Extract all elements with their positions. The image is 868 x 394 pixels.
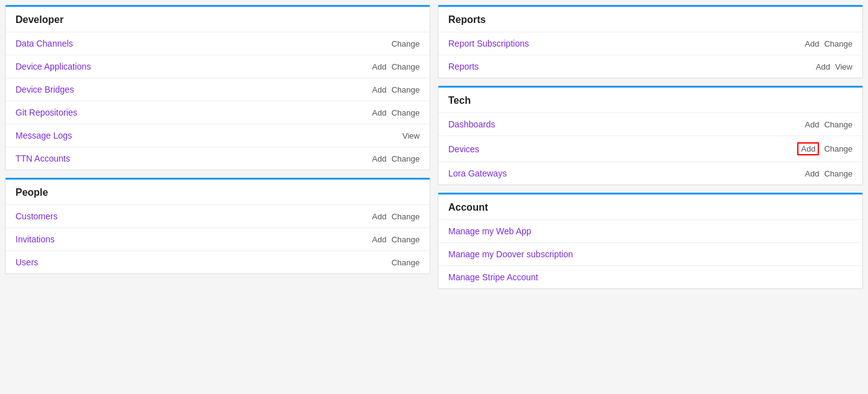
row-actions: Change xyxy=(391,39,420,48)
list-item: Manage my Doover subscription xyxy=(438,243,862,266)
row-actions: AddView xyxy=(816,62,852,71)
account-title: Account xyxy=(438,195,862,220)
action-view-link[interactable]: View xyxy=(835,62,852,71)
item-link-reports[interactable]: Reports xyxy=(448,62,479,71)
list-item: Message LogsView xyxy=(6,124,430,147)
action-change-link[interactable]: Change xyxy=(391,108,420,117)
people-card: People CustomersAddChangeInvitationsAddC… xyxy=(5,178,430,274)
item-link-users[interactable]: Users xyxy=(16,257,38,267)
item-link-invitations[interactable]: Invitations xyxy=(16,234,55,244)
list-item: Manage Stripe Account xyxy=(438,266,862,288)
row-actions: AddChange xyxy=(372,154,420,163)
list-item: DashboardsAddChange xyxy=(438,113,862,136)
item-link-lora-gateways[interactable]: Lora Gateways xyxy=(448,168,507,178)
list-item: Git RepositoriesAddChange xyxy=(6,101,430,124)
action-add-link[interactable]: Add xyxy=(805,169,819,178)
action-add-link[interactable]: Add xyxy=(805,39,819,48)
tech-card: Tech DashboardsAddChangeDevicesAddChange… xyxy=(438,86,863,185)
item-link-devices[interactable]: Devices xyxy=(448,144,479,154)
action-change-link[interactable]: Change xyxy=(824,144,852,153)
action-add-link[interactable]: Add xyxy=(372,85,386,94)
list-item: Device BridgesAddChange xyxy=(6,78,430,101)
action-change-link[interactable]: Change xyxy=(391,39,420,48)
people-body: CustomersAddChangeInvitationsAddChangeUs… xyxy=(6,205,430,273)
action-add-link[interactable]: Add xyxy=(805,120,819,129)
row-actions: AddChange xyxy=(797,142,852,155)
action-change-link[interactable]: Change xyxy=(824,169,852,178)
row-actions: AddChange xyxy=(805,120,852,129)
action-add-link[interactable]: Add xyxy=(372,235,386,244)
item-link-customers[interactable]: Customers xyxy=(16,211,58,221)
row-actions: Change xyxy=(391,258,420,267)
tech-title: Tech xyxy=(438,88,862,113)
developer-card: Developer Data ChannelsChangeDevice Appl… xyxy=(5,5,430,170)
action-add-link[interactable]: Add xyxy=(797,142,819,155)
list-item: Report SubscriptionsAddChange xyxy=(438,32,862,55)
action-change-link[interactable]: Change xyxy=(391,212,420,221)
item-link-ttn-accounts[interactable]: TTN Accounts xyxy=(16,153,70,163)
list-item: Data ChannelsChange xyxy=(6,32,430,55)
action-change-link[interactable]: Change xyxy=(824,39,852,48)
list-item: CustomersAddChange xyxy=(6,205,430,228)
action-add-link[interactable]: Add xyxy=(372,212,386,221)
list-item: Device ApplicationsAddChange xyxy=(6,55,430,78)
item-link-manage-my-doover-subscription[interactable]: Manage my Doover subscription xyxy=(448,249,573,259)
row-actions: AddChange xyxy=(372,62,420,71)
action-view-link[interactable]: View xyxy=(402,131,420,140)
action-change-link[interactable]: Change xyxy=(391,258,420,267)
list-item: ReportsAddView xyxy=(438,55,862,78)
item-link-data-channels[interactable]: Data Channels xyxy=(16,39,73,48)
reports-title: Reports xyxy=(438,7,862,32)
item-link-dashboards[interactable]: Dashboards xyxy=(448,119,495,129)
action-change-link[interactable]: Change xyxy=(391,85,420,94)
action-change-link[interactable]: Change xyxy=(391,235,420,244)
account-card: Account Manage my Web AppManage my Doove… xyxy=(438,193,863,289)
item-link-report-subscriptions[interactable]: Report Subscriptions xyxy=(448,39,529,48)
developer-body: Data ChannelsChangeDevice ApplicationsAd… xyxy=(6,32,430,170)
item-link-device-applications[interactable]: Device Applications xyxy=(16,62,91,71)
item-link-device-bridges[interactable]: Device Bridges xyxy=(16,85,74,94)
item-link-git-repositories[interactable]: Git Repositories xyxy=(16,108,78,117)
list-item: TTN AccountsAddChange xyxy=(6,147,430,170)
action-add-link[interactable]: Add xyxy=(372,62,386,71)
action-change-link[interactable]: Change xyxy=(391,154,420,163)
action-add-link[interactable]: Add xyxy=(372,108,386,117)
list-item: DevicesAddChange xyxy=(438,136,862,162)
item-link-manage-stripe-account[interactable]: Manage Stripe Account xyxy=(448,272,538,282)
row-actions: AddChange xyxy=(372,235,420,244)
row-actions: View xyxy=(402,131,420,140)
item-link-manage-my-web-app[interactable]: Manage my Web App xyxy=(448,226,531,236)
action-add-link[interactable]: Add xyxy=(816,62,830,71)
row-actions: AddChange xyxy=(372,212,420,221)
row-actions: AddChange xyxy=(805,39,852,48)
tech-body: DashboardsAddChangeDevicesAddChangeLora … xyxy=(438,113,862,185)
list-item: Manage my Web App xyxy=(438,220,862,243)
list-item: UsersChange xyxy=(6,251,430,273)
item-link-message-logs[interactable]: Message Logs xyxy=(16,131,72,140)
reports-body: Report SubscriptionsAddChangeReportsAddV… xyxy=(438,32,862,78)
action-change-link[interactable]: Change xyxy=(824,120,852,129)
list-item: InvitationsAddChange xyxy=(6,228,430,251)
developer-title: Developer xyxy=(6,7,430,32)
action-add-link[interactable]: Add xyxy=(372,154,386,163)
row-actions: AddChange xyxy=(372,108,420,117)
people-title: People xyxy=(6,180,430,205)
action-change-link[interactable]: Change xyxy=(391,62,420,71)
row-actions: AddChange xyxy=(372,85,420,94)
account-body: Manage my Web AppManage my Doover subscr… xyxy=(438,220,862,288)
list-item: Lora GatewaysAddChange xyxy=(438,162,862,185)
row-actions: AddChange xyxy=(805,169,852,178)
reports-card: Reports Report SubscriptionsAddChangeRep… xyxy=(438,5,863,78)
